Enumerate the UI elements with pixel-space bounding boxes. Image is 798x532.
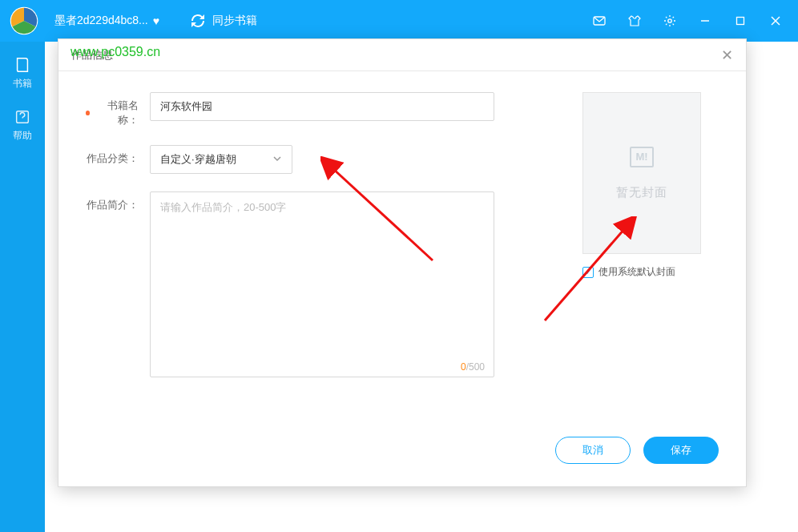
book-name-input[interactable] <box>150 92 494 121</box>
sidebar-books-label: 书籍 <box>13 77 32 91</box>
modal-header: 作品信息 ✕ <box>58 39 746 71</box>
minimize-button[interactable] <box>694 10 716 32</box>
shirt-icon[interactable] <box>623 10 646 32</box>
refresh-icon <box>191 14 204 27</box>
summary-wrap: 0/500 <box>150 191 494 381</box>
watermark-bottom: www.ucbug.cc <box>664 503 787 524</box>
modal-close-icon[interactable]: ✕ <box>721 46 733 64</box>
category-value: 自定义·穿越唐朝 <box>160 152 236 167</box>
cover-preview[interactable]: M! 暂无封面 <box>582 92 701 254</box>
maximize-button[interactable] <box>729 10 752 32</box>
svg-point-2 <box>668 19 671 22</box>
svg-rect-4 <box>737 18 744 25</box>
help-icon <box>14 108 31 126</box>
heart-icon: ♥ <box>153 14 159 27</box>
mail-icon[interactable] <box>588 10 611 32</box>
modal-footer: 取消 保存 <box>555 437 719 464</box>
sync-button[interactable]: 同步书籍 <box>191 14 257 28</box>
watermark-green: www.pc0359.cn <box>71 45 160 59</box>
sidebar-item-books[interactable]: 书籍 <box>13 56 32 91</box>
counter-current: 0 <box>461 361 466 373</box>
cover-column: M! 暂无封面 ✓ 使用系统默认封面 <box>582 92 719 398</box>
titlebar-icons <box>588 10 798 32</box>
app-logo <box>6 3 42 38</box>
summary-label: 作品简介： <box>86 191 150 212</box>
sidebar: 书籍 帮助 <box>0 42 45 532</box>
sidebar-help-label: 帮助 <box>13 129 32 143</box>
checkbox-icon: ✓ <box>582 267 594 278</box>
settings-icon[interactable] <box>659 10 681 32</box>
user-name-text: 墨者2d229d4bc8... <box>54 14 148 28</box>
row-book-name: 书籍名称： <box>86 92 550 127</box>
sync-label: 同步书籍 <box>212 14 257 28</box>
char-counter: 0/500 <box>461 361 485 373</box>
summary-textarea[interactable] <box>150 191 494 377</box>
form-column: 书籍名称： 作品分类： 自定义·穿越唐朝 作品简介： <box>86 92 550 398</box>
use-default-cover-label: 使用系统默认封面 <box>598 265 675 279</box>
cancel-button[interactable]: 取消 <box>555 437 631 464</box>
row-summary: 作品简介： 0/500 <box>86 191 550 381</box>
counter-max: /500 <box>466 361 485 373</box>
category-select[interactable]: 自定义·穿越唐朝 <box>150 145 292 174</box>
required-dot <box>86 111 90 115</box>
category-label: 作品分类： <box>86 145 150 166</box>
sidebar-item-help[interactable]: 帮助 <box>13 108 32 143</box>
modal-body: 书籍名称： 作品分类： 自定义·穿越唐朝 作品简介： <box>58 71 746 419</box>
chevron-down-icon <box>272 154 282 166</box>
use-default-cover-checkbox[interactable]: ✓ 使用系统默认封面 <box>582 265 719 279</box>
book-icon <box>14 56 31 74</box>
cover-no-text: 暂无封面 <box>616 185 667 200</box>
book-name-label: 书籍名称： <box>86 92 150 127</box>
row-category: 作品分类： 自定义·穿越唐朝 <box>86 145 550 174</box>
modal-work-info: 作品信息 ✕ 书籍名称： 作品分类： 自定义·穿越唐朝 <box>58 38 747 487</box>
titlebar: 墨者2d229d4bc8... ♥ 同步书籍 <box>0 0 798 42</box>
save-button[interactable]: 保存 <box>643 437 719 464</box>
user-label[interactable]: 墨者2d229d4bc8... ♥ <box>54 14 159 28</box>
cover-m-icon: M! <box>630 147 654 167</box>
close-button[interactable] <box>764 10 787 32</box>
